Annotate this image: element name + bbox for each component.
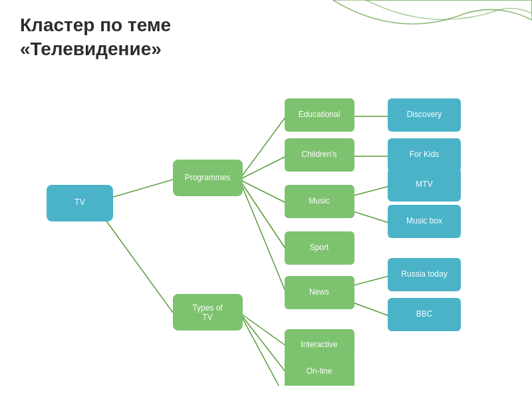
svg-rect-28 xyxy=(285,381,354,386)
mtv-label: MTV xyxy=(416,180,432,189)
svg-line-3 xyxy=(239,156,286,180)
svg-text:Types of: Types of xyxy=(192,303,223,313)
cluster-diagram: TV Programmes Types of TV Educational Ch… xyxy=(20,80,512,386)
educational-label: Educational xyxy=(299,110,340,119)
musicbox-label: Music box xyxy=(406,216,442,225)
svg-line-13 xyxy=(239,313,286,346)
interactive-label: Interactive xyxy=(301,340,338,349)
svg-text:TV: TV xyxy=(202,313,212,322)
wave-decoration xyxy=(332,0,532,53)
childrens-label: Children's xyxy=(302,150,337,159)
svg-line-6 xyxy=(239,180,286,293)
online-label: On-line xyxy=(307,366,332,376)
svg-line-15 xyxy=(239,313,286,386)
news-label: News xyxy=(309,287,329,297)
sport-label: Sport xyxy=(310,243,329,252)
svg-line-2 xyxy=(239,116,286,180)
programmes-label: Programmes xyxy=(185,173,231,182)
forkids-label: For Kids xyxy=(410,150,440,159)
discovery-label: Discovery xyxy=(407,110,442,119)
music-label: Music xyxy=(309,196,329,205)
svg-line-5 xyxy=(239,180,286,249)
russiatoday-label: Russia today xyxy=(401,269,447,279)
page-title: Кластер по теме «Телевидение» xyxy=(20,13,171,62)
bbc-label: BBC xyxy=(416,309,433,319)
tv-label: TV xyxy=(74,198,84,207)
svg-line-14 xyxy=(239,313,286,372)
svg-line-4 xyxy=(239,180,286,203)
